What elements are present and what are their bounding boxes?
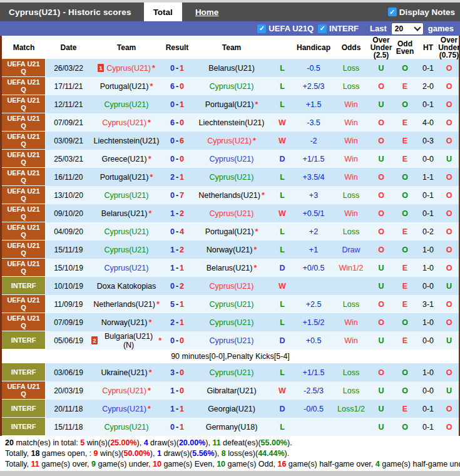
home-advantage-star: * <box>253 264 257 272</box>
home-team[interactable]: Belarus(U21)* <box>91 204 161 222</box>
home-team[interactable]: Cyprus(U21) <box>91 241 161 259</box>
summary-stat: 25.00% <box>110 438 136 447</box>
away-team[interactable]: Cyprus(U21) <box>193 277 270 295</box>
home-team[interactable]: Portugal(U21)* <box>91 77 161 95</box>
home-team[interactable]: Cyprus(U21) <box>91 418 161 436</box>
score-dash: - <box>176 318 178 327</box>
home-score: 6 <box>170 82 175 91</box>
home-score: 3 <box>170 368 175 377</box>
away-team[interactable]: Cyprus(U21) <box>193 313 270 331</box>
home-advantage-star: * <box>148 118 151 127</box>
away-team[interactable]: Portugal(U21)* <box>193 95 270 113</box>
match-score: 1-2 <box>161 204 193 222</box>
result-letter: W <box>270 277 294 295</box>
result-letter: W <box>270 204 294 222</box>
home-team[interactable]: Cyprus(U21)* <box>91 381 161 400</box>
team-name: Cyprus(U21) <box>210 155 254 163</box>
table-row: INTERF10/10/19Doxa Katokopias0-2Cyprus(U… <box>2 277 459 295</box>
home-team[interactable]: Portugal(U21)* <box>91 168 161 186</box>
league-badge: UEFA U21 Q <box>2 381 46 400</box>
home-team[interactable]: Liechtenstein(U21) <box>91 132 161 150</box>
home-team[interactable]: Cyprus(U21) <box>91 95 161 113</box>
away-team[interactable]: Cyprus(U21) <box>193 150 270 168</box>
last-label: Last <box>370 24 387 33</box>
home-score: 0 <box>170 191 175 200</box>
away-team[interactable]: Netherlands(U21)* <box>193 186 270 204</box>
summary-text: ), <box>215 449 222 458</box>
away-team[interactable]: Cyprus(U21) <box>193 331 270 349</box>
tab-total[interactable]: Total <box>144 3 182 21</box>
home-team[interactable]: 1Cyprus(U21)* <box>91 59 161 77</box>
home-team[interactable]: Netherlands(U21)* <box>91 295 161 313</box>
handicap-value: +2.5/3 <box>294 77 333 95</box>
away-team[interactable]: Liechtenstein(U21) <box>193 113 270 132</box>
away-team[interactable]: Cyprus(U21) <box>193 204 270 222</box>
home-team[interactable]: 2Bulgaria(U21)(N)* <box>91 331 161 349</box>
summary-stat: 8 <box>222 449 226 458</box>
match-score: 1-2 <box>161 241 193 259</box>
match-date: 04/09/20 <box>46 222 91 241</box>
over-under-25-value: O <box>369 113 393 132</box>
last-games-select[interactable]: 20 <box>391 23 424 35</box>
home-team[interactable]: Doxa Katokopias <box>91 277 161 295</box>
team-name: Greece(U21) <box>101 155 146 163</box>
over-under-25-value: U <box>369 331 393 349</box>
league-badge: INTERF <box>2 277 46 295</box>
team-name: Cyprus(U21) <box>106 64 151 73</box>
page: Cyprus(U21) - Historic scores Total Home… <box>0 0 460 476</box>
handicap-value: +2 <box>294 222 333 241</box>
summary-text: ), <box>137 438 144 447</box>
score-dash: - <box>176 82 178 91</box>
away-team[interactable]: Portugal(U21)* <box>193 222 270 241</box>
home-team[interactable]: Cyprus(U21) <box>91 186 161 204</box>
away-score: 0 <box>180 336 184 345</box>
home-score: 1 <box>170 246 175 254</box>
tab-home[interactable]: Home <box>186 3 228 21</box>
home-team[interactable]: Cyprus(U21)* <box>91 400 161 418</box>
summary-line-2: Totally, 18 games open, : 9 win(s)(50.00… <box>5 448 460 459</box>
home-team[interactable]: Cyprus(U21) <box>91 259 161 277</box>
home-team[interactable]: Cyprus(U21) <box>91 222 161 241</box>
away-team[interactable]: Georgia(U21) <box>193 400 270 418</box>
away-team[interactable]: Cyprus(U21) <box>193 363 270 381</box>
result-letter: L <box>270 95 294 113</box>
display-notes-checkbox[interactable]: ✓ <box>388 8 397 16</box>
away-team[interactable]: Cyprus(U21) <box>193 168 270 186</box>
home-team[interactable]: Norway(U21)* <box>91 313 161 331</box>
red-card-icon: 1 <box>98 64 104 72</box>
league-badge: UEFA U21 Q <box>2 150 46 168</box>
away-team[interactable]: Belarus(U21)* <box>193 259 270 277</box>
away-score: 1 <box>180 173 184 182</box>
league-badge: UEFA U21 Q <box>2 77 46 95</box>
away-team[interactable]: Cyprus(U21) <box>193 77 270 95</box>
away-team[interactable]: Cyprus(U21)* <box>193 132 270 150</box>
home-advantage-star: * <box>255 100 258 109</box>
summary-text: ). <box>287 438 292 447</box>
uefa-u21q-checkbox[interactable]: ✓ <box>257 24 266 33</box>
score-dash: - <box>176 336 178 345</box>
home-team[interactable]: Cyprus(U21)* <box>91 113 161 132</box>
score-dash: - <box>176 118 178 127</box>
home-advantage-star: * <box>253 246 257 254</box>
table-row: UEFA U21 Q04/09/20Cyprus(U21)0-4Portugal… <box>2 222 459 241</box>
away-team[interactable]: Germany(U18) <box>193 418 270 436</box>
away-team[interactable]: Norway(U21)* <box>193 241 270 259</box>
table-row: INTERF03/06/19Ukraine(U21)*3-0Cyprus(U21… <box>2 363 459 381</box>
table-row: UEFA U21 Q16/11/20Portugal(U21)*2-1Cypru… <box>2 168 459 186</box>
away-team[interactable]: Belarus(U21) <box>193 59 270 77</box>
league-badge: UEFA U21 Q <box>2 59 46 77</box>
filterbar: ✓ UEFA U21Q ✓ INTERF Last 20 games <box>0 21 460 36</box>
team-name: Portugal(U21) <box>100 82 149 91</box>
team-name: Netherlands(U21) <box>93 300 155 309</box>
away-team[interactable]: Gibraltar(U21) <box>193 381 270 400</box>
team-name: Netherlands(U21) <box>198 191 260 200</box>
league-badge: UEFA U21 Q <box>2 132 46 150</box>
over-under-25-value: O <box>369 295 393 313</box>
home-team[interactable]: Greece(U21)* <box>91 150 161 168</box>
home-team[interactable]: Ukraine(U21)* <box>91 363 161 381</box>
away-team[interactable]: Cyprus(U21) <box>193 295 270 313</box>
odd-even-value: E <box>393 400 417 418</box>
checkmark-icon: ✓ <box>320 25 325 32</box>
interf-checkbox[interactable]: ✓ <box>318 24 327 33</box>
match-score: 0-1 <box>161 418 193 436</box>
